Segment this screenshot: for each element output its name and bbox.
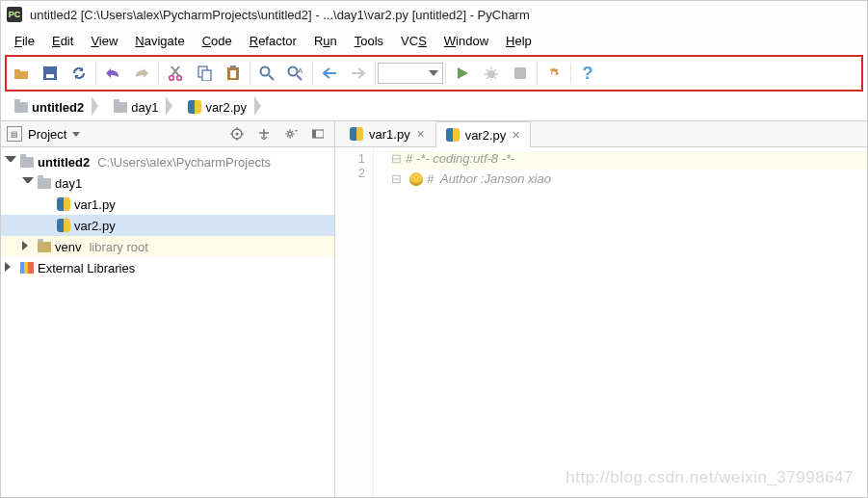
save-icon[interactable] [36,61,65,86]
caret-icon[interactable] [5,262,16,274]
svg-rect-8 [230,66,236,68]
close-icon[interactable]: ✕ [416,128,425,141]
menu-view[interactable]: View [83,31,125,51]
line-gutter: 1 2 [335,147,374,498]
nav-forward-icon[interactable] [344,61,373,86]
copy-icon[interactable] [190,61,219,86]
code-area[interactable]: ⊟# -*- coding:utf-8 -*- ⊟# Author :Janso… [374,147,867,498]
undo-icon[interactable] [98,61,127,86]
pycharm-icon: PC [7,7,22,22]
stop-icon[interactable] [506,61,535,86]
line-number: 2 [335,166,365,180]
python-file-icon [350,127,363,141]
breadcrumb-label: var2.py [205,100,247,115]
tree-label: venv [55,240,81,254]
folder-icon [38,242,51,252]
libraries-icon [20,262,34,274]
svg-point-17 [288,132,292,136]
folder-icon [38,178,51,189]
project-tree: untitled2 C:\Users\alex\PycharmProjects … [1,147,334,498]
menu-code[interactable]: Code [195,31,240,51]
tree-root[interactable]: untitled2 C:\Users\alex\PycharmProjects [1,151,334,172]
breadcrumb-item-folder[interactable]: day1 [110,94,180,120]
folder-icon [114,102,127,113]
menu-bar: File Edit View Navigate Code Refactor Ru… [1,28,867,53]
tree-folder-day1[interactable]: day1 [1,172,334,194]
fold-icon[interactable]: ⊟ [391,151,406,166]
svg-text:A: A [298,66,303,75]
tree-label: var2.py [74,219,116,233]
project-panel-title: Project [28,127,66,142]
breadcrumb-item-project[interactable]: untitled2 [11,94,106,120]
intention-bulb-icon[interactable] [409,172,423,186]
debug-icon[interactable] [477,61,506,86]
project-view-icon[interactable]: ▤ [7,126,22,142]
cut-icon[interactable] [161,61,190,86]
project-sidebar: ▤ Project untitled2 C:\Users\alex\Pychar… [1,120,335,498]
menu-edit[interactable]: Edit [44,31,81,51]
chevron-icon [88,96,98,118]
run-icon[interactable] [448,61,477,86]
redo-icon[interactable] [127,61,156,86]
svg-point-14 [552,71,556,75]
tree-path: C:\Users\alex\PycharmProjects [97,155,271,170]
window-titlebar: PC untitled2 [C:\Users\alex\PycharmProje… [1,1,867,28]
python-file-icon [446,128,460,142]
tree-note: library root [89,240,147,254]
main-toolbar: A ? [7,59,861,88]
menu-run[interactable]: Run [306,31,345,51]
collapse-all-icon[interactable] [253,123,275,144]
tab-var2[interactable]: var2.py ✕ [435,121,532,147]
tree-file-var1[interactable]: var1.py [1,194,334,215]
tree-external-libraries[interactable]: External Libraries [1,257,334,278]
tree-label: untitled2 [38,155,90,170]
close-icon[interactable]: ✕ [512,129,520,142]
tree-folder-venv[interactable]: venv library root [1,236,334,257]
find-replace-icon[interactable]: A [281,61,310,86]
svg-point-12 [487,70,495,78]
tab-label: var1.py [369,127,410,142]
python-file-icon [57,219,70,232]
svg-point-2 [170,76,174,81]
paste-icon[interactable] [219,61,248,86]
breadcrumb-item-file[interactable]: var2.py [184,94,269,120]
sync-icon[interactable] [65,61,93,86]
hide-panel-icon[interactable] [307,123,329,144]
line-number: 1 [335,151,365,166]
find-icon[interactable] [252,61,281,86]
code-text: # -*- coding:utf-8 -*- [406,151,514,166]
breadcrumb-label: day1 [131,100,158,115]
python-file-icon [57,197,70,211]
editor-pane: var1.py ✕ var2.py ✕ 1 2 ⊟# -*- coding:ut… [335,120,867,498]
settings-icon[interactable] [539,61,568,86]
code-editor[interactable]: 1 2 ⊟# -*- coding:utf-8 -*- ⊟# Author :J… [335,147,867,498]
folder-icon [14,102,28,113]
fold-icon[interactable]: ⊟ [391,171,406,186]
code-text: # Author :Janson xiao [427,171,551,186]
menu-vcs[interactable]: VCS [393,31,434,51]
nav-back-icon[interactable] [315,61,344,86]
caret-icon[interactable] [22,241,34,252]
main-split: ▤ Project untitled2 C:\Users\alex\Pychar… [1,120,867,498]
svg-rect-7 [230,70,236,78]
menu-tools[interactable]: Tools [347,31,391,51]
locate-icon[interactable] [226,123,248,144]
caret-icon[interactable] [5,156,16,168]
dropdown-icon[interactable] [72,132,80,137]
menu-file[interactable]: File [7,31,42,51]
svg-point-10 [289,67,298,76]
open-icon[interactable] [7,61,36,86]
run-config-dropdown[interactable] [378,61,443,86]
tree-label: var1.py [74,197,116,212]
tab-var1[interactable]: var1.py ✕ [339,120,435,146]
menu-navigate[interactable]: Navigate [127,31,192,51]
gear-icon[interactable] [280,123,302,144]
svg-point-9 [261,67,270,76]
python-file-icon [188,100,201,114]
caret-icon[interactable] [22,177,34,189]
tree-file-var2[interactable]: var2.py [1,215,334,236]
menu-window[interactable]: Window [436,31,496,51]
menu-help[interactable]: Help [498,31,539,51]
help-icon[interactable]: ? [573,61,602,86]
menu-refactor[interactable]: Refactor [242,31,304,51]
